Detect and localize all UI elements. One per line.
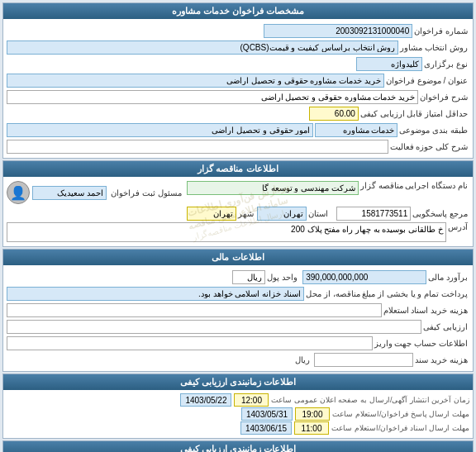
unit-input[interactable]: [232, 270, 265, 284]
postal-input[interactable]: [336, 207, 411, 221]
timing-header: اطلاعات زمانبندی ارزیابی کیفی: [3, 374, 473, 390]
tender-number-input[interactable]: [264, 24, 412, 38]
account-input[interactable]: [7, 336, 373, 350]
deadline-date-input[interactable]: [241, 407, 293, 421]
min-score-label: حداقل امتیاز قابل ارزیابی کیفی: [359, 109, 469, 118]
tender-info-header: مشخصات فراخوان خدمات مشاوره: [3, 3, 473, 19]
contractor-header: اطلاعات مناقصه گزار: [3, 161, 473, 177]
title-input[interactable]: [7, 74, 384, 88]
activity-label: شرح کلی حوزه فعالیت: [388, 142, 469, 151]
address-field[interactable]: خ طالقانی بوسیده به چهار راه مفتح پلاک 2…: [7, 222, 446, 242]
time-word-2: ساعت: [332, 410, 353, 418]
broadcast-label: نوع برگزاری: [422, 59, 469, 69]
postal-label: مرجع پاسخگویی: [411, 209, 469, 218]
evaluation-input[interactable]: [7, 320, 421, 334]
time-word-3: ساعت: [331, 424, 352, 432]
purchase-doc-label: هزینه خرید سند: [413, 355, 469, 364]
last-publish-target: صفحه اعلان عمومی: [294, 396, 358, 404]
send-label: مهلت ارسال اسناد فراخوان/استعلام: [355, 424, 469, 432]
category-label: طبقه بندی موضوعی: [397, 126, 469, 135]
last-publish-date-input[interactable]: [180, 393, 231, 407]
avatar: 👤: [7, 181, 30, 204]
budget-input[interactable]: [302, 270, 426, 284]
budget-label: برآورد مالی: [426, 273, 469, 282]
responsible-input[interactable]: [32, 186, 107, 200]
account-label: اطلاعات حساب جهت واریز: [373, 339, 469, 348]
deadline-label: مهلت ارسال پاسخ فراخوان/استعلام: [355, 410, 469, 418]
evaluation-label: ارزیابی کیفی: [421, 322, 469, 331]
province-input[interactable]: [257, 207, 307, 221]
purchase-doc-input[interactable]: [314, 353, 413, 367]
contractor-name-input[interactable]: [187, 181, 359, 195]
province-label: استان: [307, 209, 330, 218]
activity-input[interactable]: [7, 140, 388, 154]
send-date-input[interactable]: [240, 421, 292, 435]
city-input[interactable]: [187, 207, 236, 221]
time-word-1: ساعت: [271, 396, 292, 404]
payment-input[interactable]: [7, 287, 304, 301]
method-label: روش انتخاب مشاور: [398, 43, 469, 52]
method-input[interactable]: [7, 40, 398, 55]
last-publish-time-input[interactable]: [234, 393, 269, 407]
address-label: آدرس: [446, 222, 469, 231]
send-time-input[interactable]: [294, 421, 329, 435]
last-publish-label: زمان آخرین انتشار آگهی/ارسال به: [360, 396, 469, 404]
title-label: عنوان / موضوع فراخوان: [384, 76, 469, 85]
financial-header: اطلاعات مالی: [3, 250, 473, 265]
purchase-fee-input[interactable]: [7, 303, 382, 317]
responsible-label: مسئول ثبت فراخوان: [109, 188, 183, 197]
sub-category-input[interactable]: [7, 123, 313, 137]
tender-number-label: شماره فراخوان: [412, 26, 469, 36]
category-input[interactable]: [315, 123, 397, 137]
bid-timing-header: اطلاعات زمانبندی ارزیابی کیفی: [3, 441, 473, 452]
contractor-name-label: نام دستگاه اجرایی مناقصه گزار: [359, 181, 469, 190]
broadcast-input[interactable]: [356, 57, 422, 71]
description-label: شرح فراخوان: [418, 93, 469, 102]
unit-label: واحد پول: [265, 273, 299, 282]
description-input[interactable]: [7, 90, 418, 104]
min-score-input[interactable]: [309, 107, 359, 121]
payment-label: پرداخت تمام و یا بخشی از مبلغ مناقصه، از…: [304, 289, 469, 298]
deadline-time-input[interactable]: [295, 407, 330, 421]
city-label: شهر: [236, 209, 255, 218]
amount-label: ریال: [293, 355, 312, 364]
purchase-fee-label: هزینه خرید اسناد استعلام: [382, 306, 469, 315]
